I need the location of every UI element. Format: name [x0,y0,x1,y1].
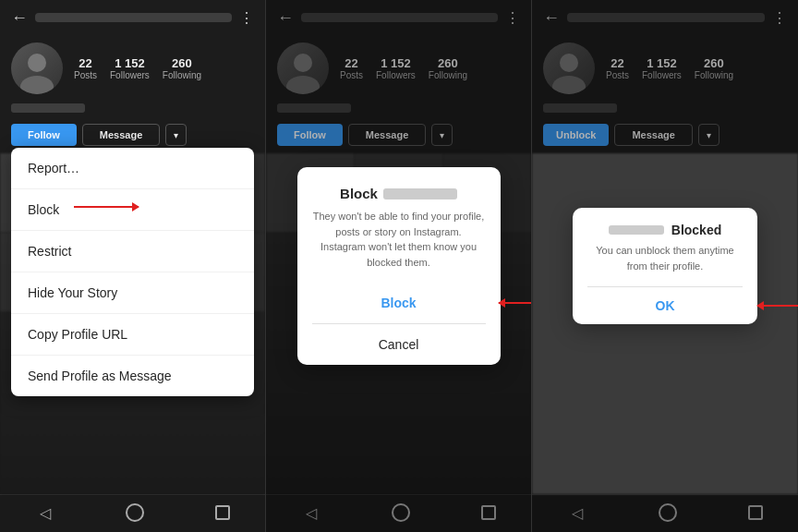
blocked-title: Blocked [671,223,721,237]
bottom-nav: ◁ [0,494,265,532]
arrow-line-2 [499,302,533,304]
blocked-dialog-overlay: Blocked You can unblock them anytime fro… [532,0,798,532]
dropdown-button[interactable]: ▾ [165,124,187,146]
menu-item-report[interactable]: Report… [11,148,254,189]
posts-label: Posts [74,70,97,80]
nav-home[interactable] [126,503,144,522]
cancel-button[interactable]: Cancel [312,324,486,365]
panel-1: ← ⋮ 22 Posts 1 152 Followers 260 [0,0,266,532]
dialog-body: They won't be able to find your profile,… [312,209,486,270]
ok-label: OK [656,298,675,313]
block-confirm-label: Block [381,296,416,310]
ok-button[interactable]: OK [587,286,743,324]
avatar [11,42,63,94]
follow-button[interactable]: Follow [11,124,77,146]
menu-item-send-message[interactable]: Send Profile as Message [11,356,254,396]
dialog-title: Block [340,186,378,201]
nav-back[interactable]: ◁ [35,502,55,523]
blocked-dialog: Blocked You can unblock them anytime fro… [573,208,757,324]
panel1-header: ← ⋮ [0,0,265,33]
blocked-header: Blocked [587,223,743,237]
following-count: 260 [172,56,192,70]
message-button[interactable]: Message [82,124,160,146]
svg-point-1 [20,76,54,94]
arrow-head [132,202,139,212]
stat-following: 260 Following [163,56,201,80]
avatar-svg [11,42,63,94]
header-username-blur [35,13,232,22]
menu-item-restrict[interactable]: Restrict [11,231,254,272]
block-dialog-overlay: Block They won't be able to find your pr… [266,0,531,532]
avatar-image [11,42,63,94]
block-dialog: Block They won't be able to find your pr… [297,167,501,365]
following-label: Following [163,70,201,80]
arrow-line-3 [757,305,798,307]
svg-point-0 [28,54,46,72]
posts-count: 22 [79,56,91,70]
arrow-to-block-dialog [499,302,533,304]
arrow-to-block [74,206,139,208]
followers-label: Followers [110,70,150,80]
username-blur [11,103,85,113]
dialog-username-blur [383,188,457,200]
profile-username [0,103,265,118]
arrow-line [74,206,139,208]
stats-row: 22 Posts 1 152 Followers 260 Following [74,56,201,80]
panel-3: ← ⋮ 22 Posts 1 152 Followers 260 [532,0,798,532]
arrow-head-3 [756,301,764,310]
dropdown-menu: Report… Block Restrict Hide Your Story C… [11,148,254,396]
dialog-action-wrap: Block Cancel [312,283,486,365]
dialog-title-row: Block [312,186,486,201]
blocked-body: You can unblock them anytime from their … [587,243,743,273]
arrow-to-ok [757,305,798,307]
more-button[interactable]: ⋮ [239,9,254,27]
menu-item-hide-story[interactable]: Hide Your Story [11,272,254,314]
nav-recent[interactable] [215,505,230,520]
arrow-head-2 [498,298,505,308]
blocked-username-blur [609,225,664,235]
block-confirm-button[interactable]: Block [312,283,486,324]
stat-posts: 22 Posts [74,56,97,80]
back-button[interactable]: ← [11,8,28,28]
profile-area: 22 Posts 1 152 Followers 260 Following [0,33,265,103]
menu-item-copy-url[interactable]: Copy Profile URL [11,314,254,356]
panel-2: ← ⋮ 22 Posts 1 152 Followers 260 [266,0,532,532]
stat-followers: 1 152 Followers [110,56,150,80]
followers-count: 1 152 [115,56,145,70]
